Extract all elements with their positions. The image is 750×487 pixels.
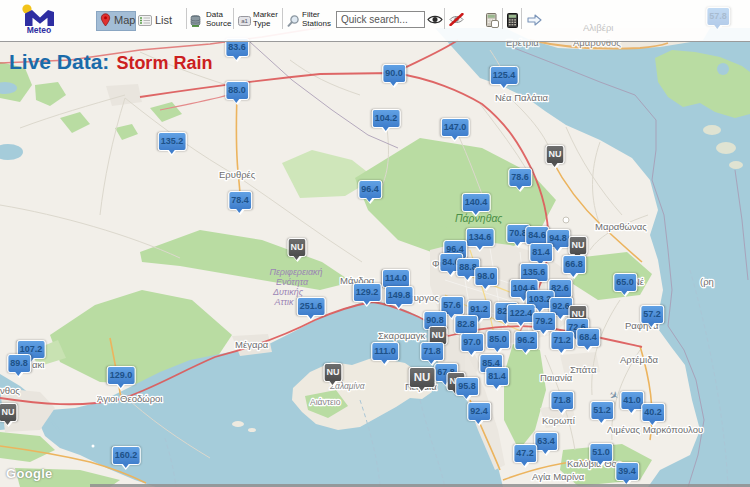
- svg-text:Αρτέμιδα: Αρτέμιδα: [620, 354, 658, 365]
- svg-text:Ερυθρές: Ερυθρές: [219, 169, 256, 180]
- svg-text:Σκαραμαγκ: Σκαραμαγκ: [378, 330, 426, 341]
- svg-text:Νέα Παλάτια: Νέα Παλάτια: [495, 92, 549, 103]
- svg-text:Αττικ: Αττικ: [273, 297, 294, 307]
- svg-text:Δυτικής: Δυτικής: [272, 287, 304, 297]
- svg-text:Άγιοι Θεοδώροι: Άγιοι Θεοδώροι: [97, 393, 162, 404]
- svg-text:Σπάτα: Σπάτα: [570, 364, 597, 375]
- svg-text:Μαραθώνας: Μαραθώνας: [595, 221, 647, 232]
- svg-text:Meteo: Meteo: [27, 25, 52, 35]
- svg-text:νθος: νθος: [0, 385, 20, 396]
- svg-text:Ενότητα: Ενότητα: [276, 277, 309, 287]
- svg-text:Κορωπί: Κορωπί: [542, 415, 576, 426]
- svg-text:a1: a1: [241, 18, 248, 24]
- svg-text:Αγία Μαρίνα: Αγία Μαρίνα: [532, 471, 585, 482]
- svg-text:Περιφερειακή: Περιφερειακή: [269, 267, 322, 277]
- svg-text:Μέγαρα: Μέγαρα: [235, 339, 269, 350]
- svg-text:Παιανία: Παιανία: [540, 372, 573, 383]
- svg-text:(ρη: (ρη: [700, 276, 714, 287]
- svg-text:Αιάντειο: Αιάντειο: [310, 397, 341, 407]
